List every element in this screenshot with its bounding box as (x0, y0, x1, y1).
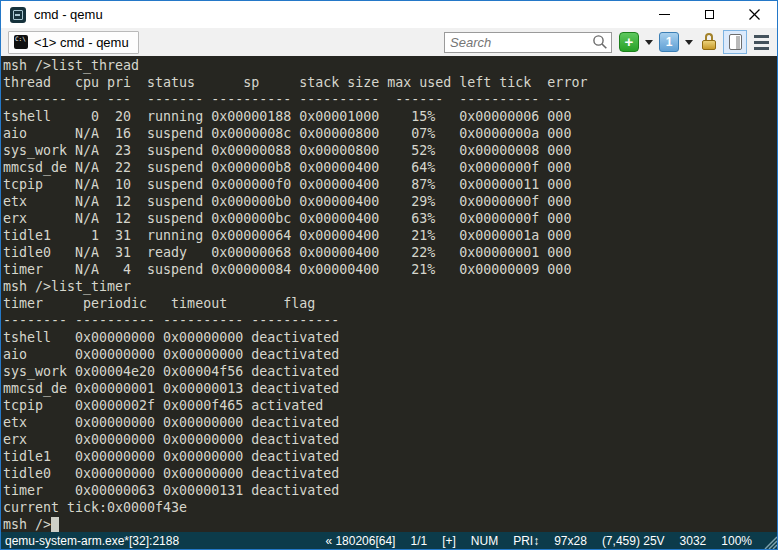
status-cell: 100% (721, 534, 752, 548)
terminal-line: aio N/A 16 suspend 0x0000008c 0x00000800… (3, 125, 777, 142)
shell-prompt: msh /> (3, 516, 51, 532)
resize-grip[interactable] (760, 532, 777, 549)
minimize-icon (659, 14, 670, 15)
search-icon[interactable] (592, 34, 608, 50)
new-console-dropdown-icon[interactable] (645, 40, 653, 45)
conemu-window: cmd - qemu C:\ <1> cmd - qemu (0, 0, 778, 550)
terminal-line: tshell 0 20 running 0x00000188 0x0000100… (3, 108, 777, 125)
terminal-line: tidle0 0x00000000 0x00000000 deactivated (3, 465, 777, 482)
terminal-line: tcpip N/A 10 suspend 0x000000f0 0x000004… (3, 176, 777, 193)
scrollbar-toggle-icon (729, 34, 742, 50)
status-cell: (7,459) 25V (602, 534, 665, 548)
tab-console-1[interactable]: C:\ <1> cmd - qemu (8, 31, 139, 54)
status-cell: « 180206[64] (325, 534, 395, 548)
terminal-line: msh />list_timer (3, 278, 777, 295)
terminal-line: etx N/A 12 suspend 0x000000b0 0x00000400… (3, 193, 777, 210)
terminal-line: -------- --- --- ------- ---------- ----… (3, 91, 777, 108)
status-cell: PRI↕ (513, 534, 539, 548)
statusbar-cells: « 180206[64]1/1[+]NUMPRI↕97x28(7,459) 25… (325, 534, 752, 548)
hamburger-icon (754, 35, 769, 38)
terminal-line: sys_work 0x00004e20 0x00004f56 deactivat… (3, 363, 777, 380)
search-input[interactable] (445, 34, 592, 51)
search-box (444, 32, 612, 53)
title-bar: cmd - qemu (1, 1, 777, 28)
maximize-icon (705, 10, 714, 19)
padlock-icon (702, 40, 716, 50)
minimize-button[interactable] (642, 1, 687, 28)
conemu-logo-icon (10, 7, 26, 23)
prompt-line: msh /> (3, 516, 777, 532)
plus-icon: + (625, 33, 634, 51)
terminal-line: mmcsd_de N/A 22 suspend 0x000000b8 0x000… (3, 159, 777, 176)
terminal-line: timer 0x00000063 0x00000131 deactivated (3, 482, 777, 499)
terminal-line: tshell 0x00000000 0x00000000 deactivated (3, 329, 777, 346)
tab-bar: C:\ <1> cmd - qemu + 1 (1, 28, 777, 56)
active-process-info: qemu-system-arm.exe*[32]:2188 (1, 534, 179, 548)
terminal-line: current tick:0x0000f43e (3, 499, 777, 516)
status-cell: NUM (471, 534, 498, 548)
scrollbar-toggle-button[interactable] (723, 30, 747, 54)
terminal-line: -------- ---------- ---------- ---------… (3, 312, 777, 329)
window-title: cmd - qemu (34, 7, 103, 22)
terminal-line: tidle0 N/A 31 ready 0x00000068 0x0000040… (3, 244, 777, 261)
terminal-line: mmcsd_de 0x00000001 0x00000013 deactivat… (3, 380, 777, 397)
console-list-dropdown-icon[interactable] (685, 40, 693, 45)
terminal-line: etx 0x00000000 0x00000000 deactivated (3, 414, 777, 431)
terminal-line: tidle1 0x00000000 0x00000000 deactivated (3, 448, 777, 465)
lock-console-button[interactable] (699, 32, 719, 52)
terminal-line: tidle1 1 31 running 0x00000064 0x0000040… (3, 227, 777, 244)
maximize-button[interactable] (687, 1, 732, 28)
active-console-button[interactable]: 1 (659, 32, 679, 52)
conemu-logo-dash (15, 14, 20, 16)
terminal-line: erx N/A 12 suspend 0x000000bc 0x00000400… (3, 210, 777, 227)
terminal-line: timer N/A 4 suspend 0x00000084 0x0000040… (3, 261, 777, 278)
terminal-line: tcpip 0x0000002f 0x0000f465 activated (3, 397, 777, 414)
hamburger-icon (754, 41, 769, 44)
cmd-prompt-icon: C:\ (14, 35, 28, 49)
hamburger-icon (754, 47, 769, 50)
terminal-line: msh />list_thread (3, 57, 777, 74)
tab-label: <1> cmd - qemu (34, 35, 129, 50)
terminal-line: aio 0x00000000 0x00000000 deactivated (3, 346, 777, 363)
terminal-line: thread cpu pri status sp stack size max … (3, 74, 777, 91)
close-button[interactable] (732, 1, 777, 28)
terminal-cursor (51, 517, 59, 532)
status-cell: 3032 (680, 534, 707, 548)
new-console-button[interactable]: + (619, 32, 639, 52)
status-cell: 1/1 (410, 534, 427, 548)
main-menu-button[interactable] (751, 32, 771, 52)
terminal-output: msh />list_threadthread cpu pri status s… (3, 57, 777, 516)
terminal-line: erx 0x00000000 0x00000000 deactivated (3, 431, 777, 448)
status-bar: qemu-system-arm.exe*[32]:2188 « 180206[6… (1, 532, 777, 549)
terminal-line: sys_work N/A 23 suspend 0x00000088 0x000… (3, 142, 777, 159)
close-icon (749, 9, 760, 20)
status-cell: 97x28 (554, 534, 587, 548)
status-cell: [+] (442, 534, 456, 548)
terminal-line: timer periodic timeout flag (3, 295, 777, 312)
console-number: 1 (666, 33, 673, 51)
terminal[interactable]: msh />list_threadthread cpu pri status s… (1, 56, 777, 532)
